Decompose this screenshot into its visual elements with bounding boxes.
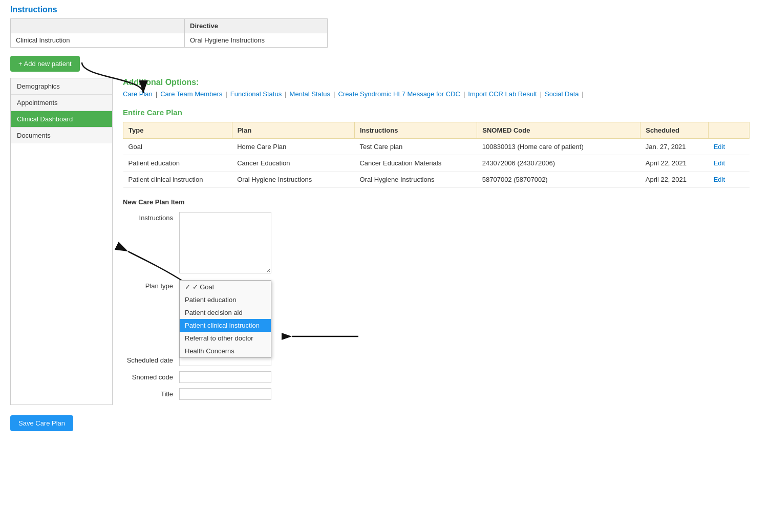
- table-row: Patient clinical instruction Oral Hygien…: [123, 172, 750, 188]
- row-scheduled: April 22, 2021: [640, 155, 709, 172]
- snomed-control: [179, 371, 333, 383]
- table-row: Goal Home Care Plan Test Care plan 10083…: [123, 139, 750, 155]
- row-snomed: 100830013 (Home care of patient): [477, 139, 640, 155]
- additional-options-title: Additional Options:: [123, 78, 750, 87]
- sep-7: |: [582, 90, 584, 98]
- table-row: Clinical Instruction Oral Hygiene Instru…: [11, 33, 328, 48]
- instructions-textarea[interactable]: [179, 212, 271, 273]
- plan-type-select-wrapper: GoalPatient educationPatient decision ai…: [179, 280, 271, 293]
- sidebar-item-demographics[interactable]: Demographics: [11, 78, 112, 95]
- snomed-input[interactable]: [179, 371, 271, 383]
- col-instructions: Instructions: [354, 122, 477, 139]
- plan-type-control: GoalPatient educationPatient decision ai…: [179, 280, 333, 293]
- directive-cell: Oral Hygiene Instructions: [185, 33, 328, 48]
- arrow-annotation-3: [282, 326, 363, 347]
- row-instructions: Cancer Education Materials: [354, 155, 477, 172]
- row-scheduled: April 22, 2021: [640, 172, 709, 188]
- link-mental-status[interactable]: Mental Status: [290, 90, 331, 98]
- row-scheduled: Jan. 27, 2021: [640, 139, 709, 155]
- plan-type-row: Plan type GoalPatient educationPatient d…: [123, 280, 750, 293]
- row-plan: Oral Hygiene Instructions: [232, 172, 354, 188]
- row-snomed: 243072006 (243072006): [477, 155, 640, 172]
- sidebar: Demographics Appointments Clinical Dashb…: [10, 78, 113, 405]
- col-snomed: SNOMED Code: [477, 122, 640, 139]
- sep-4: |: [333, 90, 335, 98]
- row-type: Patient clinical instruction: [123, 172, 232, 188]
- table-row: Patient education Cancer Education Cance…: [123, 155, 750, 172]
- title-label: Title: [123, 388, 179, 398]
- sidebar-item-appointments[interactable]: Appointments: [11, 95, 112, 111]
- new-care-plan-title: New Care Plan Item: [123, 198, 750, 206]
- link-import-ccr[interactable]: Import CCR Lab Result: [468, 90, 537, 98]
- row-edit[interactable]: Edit: [709, 172, 750, 188]
- instructions-control: [179, 212, 333, 275]
- add-patient-button[interactable]: + Add new patient: [10, 56, 80, 72]
- row-plan: Home Care Plan: [232, 139, 354, 155]
- sep-5: |: [463, 90, 465, 98]
- row-instructions: Oral Hygiene Instructions: [354, 172, 477, 188]
- dropdown-item[interactable]: Patient decision aid: [180, 306, 271, 319]
- snomed-row: Snomed code: [123, 371, 750, 383]
- row-type: Goal: [123, 139, 232, 155]
- link-care-team-members[interactable]: Care Team Members: [160, 90, 222, 98]
- title-input[interactable]: [179, 388, 271, 400]
- col-scheduled: Scheduled: [640, 122, 709, 139]
- col-header-directive: Directive: [185, 19, 328, 33]
- dropdown-item[interactable]: Patient education: [180, 293, 271, 306]
- dropdown-item[interactable]: Health Concerns: [180, 345, 271, 357]
- additional-options-section: Additional Options: Care Plan | Care Tea…: [123, 78, 750, 98]
- plan-type-dropdown: ✓ GoalPatient educationPatient decision …: [179, 280, 271, 358]
- instructions-table: Directive Clinical Instruction Oral Hygi…: [10, 18, 328, 48]
- col-plan: Plan: [232, 122, 354, 139]
- col-action: [709, 122, 750, 139]
- row-edit[interactable]: Edit: [709, 155, 750, 172]
- link-functional-status[interactable]: Functional Status: [230, 90, 282, 98]
- clinical-instruction-cell: Clinical Instruction: [11, 33, 185, 48]
- title-row: Title: [123, 388, 750, 400]
- instructions-row: Instructions: [123, 212, 750, 275]
- link-care-plan[interactable]: Care Plan: [123, 90, 153, 98]
- row-plan: Cancer Education: [232, 155, 354, 172]
- link-create-syndromic[interactable]: Create Syndromic HL7 Message for CDC: [338, 90, 460, 98]
- sidebar-item-clinical-dashboard[interactable]: Clinical Dashboard: [11, 111, 112, 127]
- instructions-label: Instructions: [123, 212, 179, 222]
- care-plan-table: Type Plan Instructions SNOMED Code Sched…: [123, 122, 750, 188]
- snomed-label: Snomed code: [123, 371, 179, 381]
- options-links: Care Plan | Care Team Members | Function…: [123, 90, 750, 98]
- sidebar-item-documents[interactable]: Documents: [11, 127, 112, 143]
- sep-2: |: [225, 90, 227, 98]
- care-plan-title: Entire Care Plan: [123, 108, 750, 117]
- link-social-data[interactable]: Social Data: [545, 90, 579, 98]
- col-header-empty: [11, 19, 185, 33]
- save-care-plan-button[interactable]: Save Care Plan: [10, 415, 73, 431]
- dropdown-item[interactable]: ✓ Goal: [180, 281, 271, 293]
- row-instructions: Test Care plan: [354, 139, 477, 155]
- sep-3: |: [285, 90, 286, 98]
- sep-1: |: [156, 90, 157, 98]
- col-type: Type: [123, 122, 232, 139]
- row-snomed: 58707002 (58707002): [477, 172, 640, 188]
- scheduled-date-label: Scheduled date: [123, 354, 179, 364]
- dropdown-item[interactable]: Referral to other doctor: [180, 332, 271, 345]
- title-control: [179, 388, 333, 400]
- instructions-heading: Instructions: [10, 5, 760, 14]
- plan-type-label: Plan type: [123, 280, 179, 290]
- row-type: Patient education: [123, 155, 232, 172]
- dropdown-item[interactable]: Patient clinical instruction: [180, 319, 271, 332]
- main-content: Additional Options: Care Plan | Care Tea…: [113, 78, 760, 405]
- row-edit[interactable]: Edit: [709, 139, 750, 155]
- sep-6: |: [540, 90, 542, 98]
